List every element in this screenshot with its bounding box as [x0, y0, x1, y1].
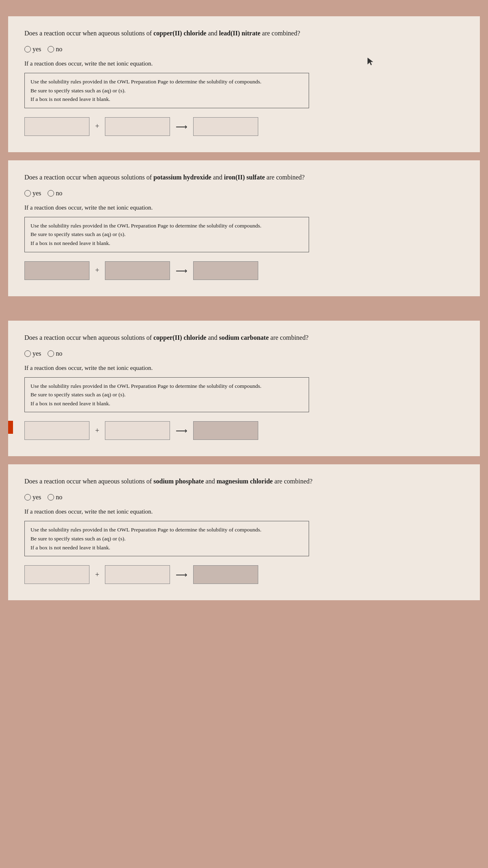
info-line-4-2: Be sure to specify states such as (aq) o… — [30, 534, 303, 543]
eq-input-4a[interactable] — [24, 565, 89, 584]
instruction-text-4: If a reaction does occur, write the net … — [24, 508, 464, 515]
cursor-icon — [367, 57, 374, 68]
radio-yes-label-3: yes — [33, 350, 41, 357]
eq-input-4b[interactable] — [105, 565, 170, 584]
plus-symbol-2: + — [95, 266, 99, 275]
eq-input-2b[interactable] — [105, 261, 170, 280]
eq-input-3b[interactable] — [105, 421, 170, 440]
instruction-text-3: If a reaction does occur, write the net … — [24, 365, 464, 372]
info-line-3-3: If a box is not needed leave it blank. — [30, 399, 303, 408]
question-text-1: Does a reaction occur when aqueous solut… — [24, 28, 464, 38]
equation-row-4: + ⟶ — [24, 565, 464, 584]
page-wrapper: Does a reaction occur when aqueous solut… — [0, 0, 488, 617]
radio-circle-yes-4[interactable] — [24, 494, 31, 501]
eq-input-1a[interactable] — [24, 117, 89, 136]
eq-input-3c[interactable] — [193, 421, 258, 440]
radio-circle-yes-3[interactable] — [24, 350, 31, 357]
radio-no-label-3: no — [56, 350, 62, 357]
eq-input-4c[interactable] — [193, 565, 258, 584]
radio-group-2: yes no — [24, 190, 464, 197]
radio-yes-label-1: yes — [33, 46, 41, 53]
radio-circle-yes-2[interactable] — [24, 190, 31, 197]
plus-symbol-1: + — [95, 122, 99, 131]
eq-input-2a[interactable] — [24, 261, 89, 280]
radio-no-2[interactable]: no — [48, 190, 62, 197]
radio-circle-no-2[interactable] — [48, 190, 54, 197]
eq-input-1b[interactable] — [105, 117, 170, 136]
info-line-2-2: Be sure to specify states such as (aq) o… — [30, 230, 303, 239]
radio-yes-3[interactable]: yes — [24, 350, 41, 357]
arrow-symbol-2: ⟶ — [176, 266, 187, 275]
plus-symbol-4: + — [95, 571, 99, 579]
info-line-4-1: Use the solubility rules provided in the… — [30, 525, 303, 534]
radio-no-1[interactable]: no — [48, 46, 62, 53]
question-block-2: Does a reaction occur when aqueous solut… — [8, 160, 480, 296]
eq-input-2c[interactable] — [193, 261, 258, 280]
radio-no-label-4: no — [56, 494, 62, 501]
equation-row-2: + ⟶ — [24, 261, 464, 280]
info-box-3: Use the solubility rules provided in the… — [24, 377, 309, 413]
question-text-3: Does a reaction occur when aqueous solut… — [24, 333, 464, 343]
radio-no-label-2: no — [56, 190, 62, 197]
equation-row-1: + ⟶ — [24, 117, 464, 136]
eq-input-3a[interactable] — [24, 421, 89, 440]
radio-yes-2[interactable]: yes — [24, 190, 41, 197]
arrow-symbol-1: ⟶ — [176, 122, 187, 131]
radio-yes-label-2: yes — [33, 190, 41, 197]
instruction-text-2: If a reaction does occur, write the net … — [24, 204, 464, 211]
radio-circle-no-1[interactable] — [48, 46, 54, 52]
equation-row-3: + ⟶ — [24, 421, 464, 440]
radio-yes-1[interactable]: yes — [24, 46, 41, 53]
plus-symbol-3: + — [95, 426, 99, 435]
info-box-4: Use the solubility rules provided in the… — [24, 521, 309, 556]
info-box-1: Use the solubility rules provided in the… — [24, 73, 309, 108]
question-text-2: Does a reaction occur when aqueous solut… — [24, 173, 464, 182]
separator-1 — [8, 304, 480, 313]
radio-circle-no-4[interactable] — [48, 494, 54, 501]
info-line-1-1: Use the solubility rules provided in the… — [30, 77, 303, 86]
info-line-1-3: If a box is not needed leave it blank. — [30, 95, 303, 104]
question-text-4: Does a reaction occur when aqueous solut… — [24, 477, 464, 486]
radio-group-1: yes no — [24, 46, 464, 53]
radio-no-label-1: no — [56, 46, 62, 53]
info-line-2-3: If a box is not needed leave it blank. — [30, 239, 303, 248]
eq-input-1c[interactable] — [193, 117, 258, 136]
radio-yes-label-4: yes — [33, 494, 41, 501]
info-line-2-1: Use the solubility rules provided in the… — [30, 221, 303, 230]
radio-circle-no-3[interactable] — [48, 350, 54, 357]
question-block-4: Does a reaction occur when aqueous solut… — [8, 464, 480, 600]
radio-group-3: yes no — [24, 350, 464, 357]
info-line-1-2: Be sure to specify states such as (aq) o… — [30, 86, 303, 95]
red-marker-3 — [8, 421, 13, 434]
radio-circle-yes-1[interactable] — [24, 46, 31, 52]
radio-group-4: yes no — [24, 494, 464, 501]
radio-yes-4[interactable]: yes — [24, 494, 41, 501]
info-box-2: Use the solubility rules provided in the… — [24, 217, 309, 252]
info-line-3-1: Use the solubility rules provided in the… — [30, 382, 303, 391]
radio-no-4[interactable]: no — [48, 494, 62, 501]
arrow-symbol-4: ⟶ — [176, 570, 187, 579]
question-block-1: Does a reaction occur when aqueous solut… — [8, 16, 480, 152]
arrow-symbol-3: ⟶ — [176, 426, 187, 435]
info-line-4-3: If a box is not needed leave it blank. — [30, 543, 303, 552]
info-line-3-2: Be sure to specify states such as (aq) o… — [30, 390, 303, 399]
instruction-text-1: If a reaction does occur, write the net … — [24, 60, 464, 67]
radio-no-3[interactable]: no — [48, 350, 62, 357]
question-block-3: Does a reaction occur when aqueous solut… — [8, 321, 480, 457]
